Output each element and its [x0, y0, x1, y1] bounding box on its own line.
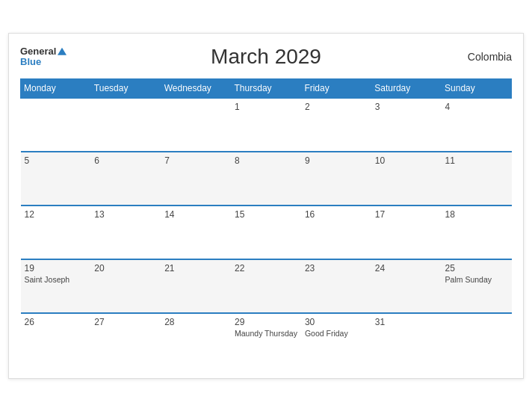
- week-row-5: 26272829Maundy Thursday30Good Friday31: [21, 313, 512, 367]
- day-cell: 14: [161, 206, 231, 259]
- weekday-header-row: Monday Tuesday Wednesday Thursday Friday…: [21, 78, 512, 98]
- day-cell: 27: [90, 313, 161, 367]
- event-label: Saint Joseph: [25, 275, 87, 284]
- event-label: Palm Sunday: [445, 275, 508, 284]
- day-cell: 6: [90, 152, 161, 206]
- logo-triangle-icon: [58, 47, 66, 55]
- day-number: 8: [235, 155, 297, 166]
- logo: General Blue: [20, 46, 66, 67]
- day-number: 18: [445, 209, 508, 220]
- week-row-4: 19Saint Joseph202122232425Palm Sunday: [21, 259, 512, 313]
- week-row-1: 1234: [21, 98, 512, 152]
- day-cell: 24: [371, 259, 442, 313]
- day-cell: 12: [21, 206, 91, 259]
- day-number: 6: [94, 155, 157, 166]
- calendar-body: 12345678910111213141516171819Saint Josep…: [21, 98, 512, 367]
- day-cell: 21: [161, 259, 231, 313]
- day-number: 31: [375, 317, 438, 327]
- day-cell: 3: [371, 98, 442, 152]
- day-number: 30: [305, 317, 368, 327]
- day-cell: 26: [21, 313, 91, 367]
- day-cell: 8: [231, 152, 301, 206]
- day-cell: 16: [301, 206, 371, 259]
- day-cell: 4: [442, 98, 512, 152]
- header-wednesday: Wednesday: [161, 78, 231, 98]
- event-label: Maundy Thursday: [235, 329, 297, 338]
- day-number: 14: [164, 209, 227, 220]
- week-row-2: 567891011: [21, 152, 512, 206]
- day-number: 13: [94, 209, 157, 220]
- day-number: 4: [445, 102, 508, 112]
- calendar-grid: Monday Tuesday Wednesday Thursday Friday…: [20, 78, 512, 367]
- day-number: 20: [94, 263, 157, 274]
- header-saturday: Saturday: [371, 78, 442, 98]
- logo-blue-text: Blue: [20, 57, 66, 67]
- day-number: 22: [235, 263, 297, 274]
- header-monday: Monday: [21, 78, 91, 98]
- day-number: 19: [25, 263, 87, 274]
- event-label: Good Friday: [305, 329, 368, 338]
- day-cell: 18: [442, 206, 512, 259]
- day-number: 1: [235, 102, 297, 112]
- day-cell: 7: [161, 152, 231, 206]
- day-cell: 22: [231, 259, 301, 313]
- day-cell: 9: [301, 152, 371, 206]
- day-number: 5: [25, 155, 87, 166]
- day-cell: 17: [371, 206, 442, 259]
- logo-general-text: General: [20, 46, 56, 56]
- day-cell: 31: [371, 313, 442, 367]
- day-number: 7: [164, 155, 227, 166]
- week-row-3: 12131415161718: [21, 206, 512, 259]
- calendar-title: March 2029: [211, 45, 321, 69]
- day-number: 17: [375, 209, 438, 220]
- day-cell: 28: [161, 313, 231, 367]
- day-number: 23: [305, 263, 368, 274]
- day-cell: 11: [442, 152, 512, 206]
- day-cell: [21, 98, 91, 152]
- day-cell: 20: [90, 259, 161, 313]
- day-cell: [442, 313, 512, 367]
- header-friday: Friday: [301, 78, 371, 98]
- day-number: 9: [305, 155, 368, 166]
- header-thursday: Thursday: [231, 78, 301, 98]
- day-cell: 29Maundy Thursday: [231, 313, 301, 367]
- country-label: Colombia: [468, 51, 512, 63]
- calendar-header: General Blue March 2029 Colombia: [20, 41, 512, 72]
- day-cell: 1: [231, 98, 301, 152]
- day-cell: 23: [301, 259, 371, 313]
- day-number: 15: [235, 209, 297, 220]
- day-cell: [90, 98, 161, 152]
- day-cell: 2: [301, 98, 371, 152]
- calendar-container: General Blue March 2029 Colombia Monday …: [8, 33, 524, 379]
- day-number: 11: [445, 155, 508, 166]
- day-number: 16: [305, 209, 368, 220]
- day-number: 25: [445, 263, 508, 274]
- day-number: 28: [164, 317, 227, 327]
- day-number: 27: [94, 317, 157, 327]
- day-number: 24: [375, 263, 438, 274]
- day-cell: 5: [21, 152, 91, 206]
- header-tuesday: Tuesday: [90, 78, 161, 98]
- day-number: 21: [164, 263, 227, 274]
- day-number: 2: [305, 102, 368, 112]
- day-cell: [161, 98, 231, 152]
- day-number: 26: [25, 317, 87, 327]
- day-cell: 10: [371, 152, 442, 206]
- day-number: 3: [375, 102, 438, 112]
- day-cell: 13: [90, 206, 161, 259]
- day-number: 10: [375, 155, 438, 166]
- day-cell: 15: [231, 206, 301, 259]
- day-number: 12: [25, 209, 87, 220]
- day-number: 29: [235, 317, 297, 327]
- day-cell: 25Palm Sunday: [442, 259, 512, 313]
- day-cell: 19Saint Joseph: [21, 259, 91, 313]
- header-sunday: Sunday: [442, 78, 512, 98]
- day-cell: 30Good Friday: [301, 313, 371, 367]
